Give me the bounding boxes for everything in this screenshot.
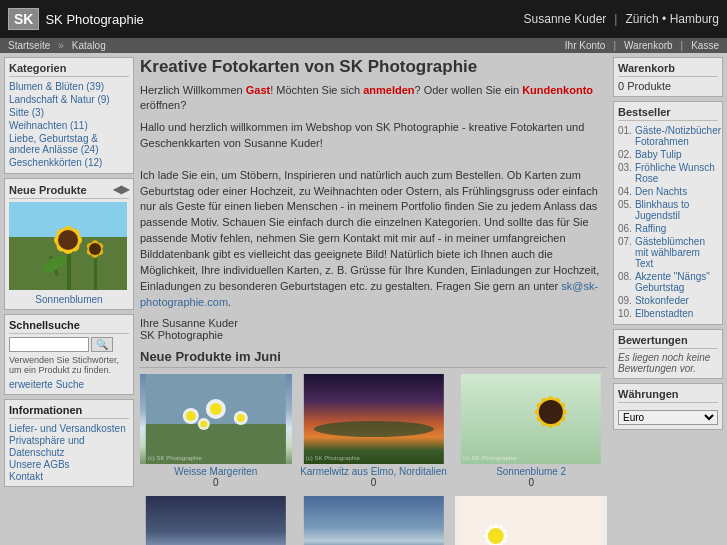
info-datenschutz[interactable]: Privatsphäre und Datenschutz bbox=[9, 435, 85, 458]
search-hint: Verwenden Sie Stichwörter, um ein Produk… bbox=[9, 355, 129, 375]
product-cell-5: (c) SK Photographie Bärenbach am Steg 0 bbox=[298, 496, 450, 545]
category-sitte[interactable]: Sitte (3) bbox=[9, 107, 44, 118]
product-image-6[interactable]: Alles Liebe (c) SK Photographie bbox=[455, 496, 607, 545]
info-liefer[interactable]: Liefer- und Versandkosten bbox=[9, 423, 126, 434]
cart-section: Warenkorb 0 Produkte bbox=[613, 57, 723, 97]
bestseller-title: Bestseller bbox=[618, 106, 718, 121]
daisies-svg: (c) SK Photographie bbox=[140, 374, 292, 464]
gast-link[interactable]: Gast bbox=[246, 84, 270, 96]
svg-point-51 bbox=[488, 528, 504, 544]
bestseller-8[interactable]: Akzente "Nängs" Geburtstag bbox=[635, 271, 718, 293]
list-item: 02. Baby Tulip bbox=[618, 148, 718, 161]
kundenkonto-link[interactable]: Kundenkonto bbox=[522, 84, 593, 96]
product-image-3[interactable]: (c) SK Photographie bbox=[455, 374, 607, 464]
flower-svg bbox=[9, 202, 127, 290]
product-image-5[interactable]: (c) SK Photographie bbox=[298, 496, 450, 545]
list-item: Liefer- und Versandkosten bbox=[9, 422, 129, 434]
category-liebe[interactable]: Liebe, Geburtstag & andere Anlässe (24) bbox=[9, 133, 99, 155]
welcome-text: Herzlich Willkommen Gast! Möchten Sie si… bbox=[140, 83, 607, 114]
navbar: Startseite » Katalog Ihr Konto | Warenko… bbox=[0, 38, 727, 53]
description-text: Hallo und herzlich willkommen im Webshop… bbox=[140, 120, 607, 311]
sunset-svg: (c) SK Photographie bbox=[298, 374, 450, 464]
list-item: Geschenkkörten (12) bbox=[9, 156, 129, 169]
bestseller-9[interactable]: Stokonfeder bbox=[635, 295, 689, 306]
search-icon: 🔍 bbox=[96, 339, 108, 350]
product-image-4[interactable]: (c) SK Photographie bbox=[140, 496, 292, 545]
product-name-1[interactable]: Weisse Margeriten bbox=[174, 466, 257, 477]
info-kontakt[interactable]: Kontakt bbox=[9, 471, 43, 482]
list-item: 04. Den Nachts bbox=[618, 185, 718, 198]
currency-section: Währungen Euro bbox=[613, 383, 723, 430]
header: SK SK Photographie Susanne Kuder | Züric… bbox=[0, 0, 727, 38]
bestseller-3[interactable]: Fröhliche Wunsch Rose bbox=[635, 162, 718, 184]
info-agb[interactable]: Unsere AGBs bbox=[9, 459, 70, 470]
product-cell-4: (c) SK Photographie Bärenbach 0 bbox=[140, 496, 292, 545]
nav-ihr-konto[interactable]: Ihr Konto bbox=[565, 40, 606, 51]
nav-kasse[interactable]: Kasse bbox=[691, 40, 719, 51]
product-name-3[interactable]: Sonnenblume 2 bbox=[496, 466, 566, 477]
bestseller-10[interactable]: Elbenstadten bbox=[635, 308, 693, 319]
product-count-1: 0 bbox=[213, 477, 219, 488]
svg-point-36 bbox=[539, 400, 563, 424]
search-button[interactable]: 🔍 bbox=[91, 337, 113, 352]
product-name-2[interactable]: Karmelwitz aus Elmo, Norditalien bbox=[300, 466, 447, 477]
bestseller-5[interactable]: Blinkhaus to Jugendstil bbox=[635, 199, 718, 221]
bestseller-1[interactable]: Gäste-/Notizbücher Fotorahmen bbox=[635, 125, 721, 147]
list-item: 09. Stokonfeder bbox=[618, 294, 718, 307]
anmelden-link[interactable]: anmelden bbox=[363, 84, 414, 96]
signature: Ihre Susanne Kuder SK Photographie bbox=[140, 317, 607, 341]
header-logo: SK SK Photographie bbox=[8, 8, 144, 30]
bestseller-4[interactable]: Den Nachts bbox=[635, 186, 687, 197]
svg-rect-44 bbox=[461, 496, 601, 545]
product-count-2: 0 bbox=[371, 477, 377, 488]
ratings-text: Es liegen noch keine Bewertungen vor. bbox=[618, 352, 718, 374]
product-grid-row1: (c) SK Photographie Weisse Margeriten 0 bbox=[140, 374, 607, 488]
bestseller-2[interactable]: Baby Tulip bbox=[635, 149, 682, 160]
new-products-section-title: Neue Produkte im Juni bbox=[140, 349, 607, 368]
logo-sk: SK bbox=[8, 8, 39, 30]
ratings-title: Bewertungen bbox=[618, 334, 718, 349]
bestseller-6[interactable]: Raffing bbox=[635, 223, 667, 234]
owner-name: Susanne Kuder bbox=[524, 12, 607, 26]
product-image-1[interactable]: (c) SK Photographie bbox=[140, 374, 292, 464]
svg-rect-38 bbox=[146, 496, 286, 545]
info-title: Informationen bbox=[9, 404, 129, 419]
product-cell-2: (c) SK Photographie Karmelwitz aus Elmo,… bbox=[298, 374, 450, 488]
category-blumen[interactable]: Blumen & Blüten (39) bbox=[9, 81, 104, 92]
categories-title: Kategorien bbox=[9, 62, 129, 77]
svg-text:(c) SK Photographie: (c) SK Photographie bbox=[148, 455, 203, 461]
advanced-search-link[interactable]: erweiterte Suche bbox=[9, 379, 84, 390]
list-item: 03. Fröhliche Wunsch Rose bbox=[618, 161, 718, 185]
email-link[interactable]: sk@sk-photographie.com bbox=[140, 280, 598, 308]
currency-select[interactable]: Euro bbox=[618, 410, 718, 425]
product-count-3: 0 bbox=[528, 477, 534, 488]
main-layout: Kategorien Blumen & Blüten (39) Landscha… bbox=[0, 53, 727, 545]
svg-point-27 bbox=[313, 421, 433, 437]
list-item: Blumen & Blüten (39) bbox=[9, 80, 129, 93]
currency-title: Währungen bbox=[618, 388, 718, 403]
cart-title: Warenkorb bbox=[618, 62, 718, 77]
bestseller-7[interactable]: Gästeblümchen mit wählbarem Text bbox=[635, 236, 718, 269]
list-item: 01. Gäste-/Notizbücher Fotorahmen bbox=[618, 124, 718, 148]
product-image-2[interactable]: (c) SK Photographie bbox=[298, 374, 450, 464]
category-weihnachten[interactable]: Weihnachten (11) bbox=[9, 120, 88, 131]
nav-startseite[interactable]: Startseite bbox=[8, 40, 50, 51]
signature-line1: Ihre Susanne Kuder bbox=[140, 317, 607, 329]
product-grid-row2: (c) SK Photographie Bärenbach 0 bbox=[140, 496, 607, 545]
nav-warenkorb[interactable]: Warenkorb bbox=[624, 40, 673, 51]
categories-list: Blumen & Blüten (39) Landschaft & Natur … bbox=[9, 80, 129, 169]
list-item: 06. Raffing bbox=[618, 222, 718, 235]
sidebar-flower-image bbox=[9, 202, 127, 290]
svg-point-18 bbox=[186, 411, 196, 421]
category-geschenk[interactable]: Geschenkkörten (12) bbox=[9, 157, 102, 168]
nav-katalog[interactable]: Katalog bbox=[72, 40, 106, 51]
bestseller-section: Bestseller 01. Gäste-/Notizbücher Fotora… bbox=[613, 101, 723, 325]
list-item: 07. Gästeblümchen mit wählbarem Text bbox=[618, 235, 718, 270]
bestseller-list: 01. Gäste-/Notizbücher Fotorahmen 02. Ba… bbox=[618, 124, 718, 320]
info-section: Informationen Liefer- und Versandkosten … bbox=[4, 399, 134, 487]
svg-rect-41 bbox=[303, 496, 443, 545]
sidebar-product-name[interactable]: Sonnenblumen bbox=[9, 294, 129, 305]
arrows-icon[interactable]: ◀▶ bbox=[113, 183, 129, 196]
search-input[interactable] bbox=[9, 337, 89, 352]
category-landschaft[interactable]: Landschaft & Natur (9) bbox=[9, 94, 110, 105]
